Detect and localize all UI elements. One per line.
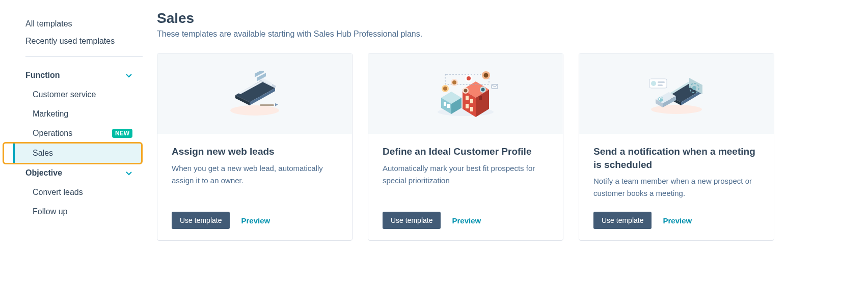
svg-rect-9 bbox=[260, 104, 274, 106]
sidebar-divider bbox=[25, 56, 143, 56]
sidebar-item-sales[interactable]: Sales bbox=[13, 143, 143, 163]
svg-point-52 bbox=[651, 81, 656, 86]
card-actions: Use template Preview bbox=[383, 212, 549, 229]
use-template-button[interactable]: Use template bbox=[383, 212, 441, 229]
sidebar-item-label: Follow up bbox=[33, 207, 67, 216]
svg-point-39 bbox=[651, 105, 702, 114]
template-card: Send a notification when a meeting is sc… bbox=[579, 53, 774, 241]
use-template-button[interactable]: Use template bbox=[593, 212, 652, 229]
svg-point-33 bbox=[484, 73, 489, 78]
sidebar-item-label: Marketing bbox=[33, 109, 68, 119]
svg-rect-24 bbox=[479, 96, 482, 100]
sidebar-item-label: Convert leads bbox=[33, 188, 83, 197]
page-title: Sales bbox=[157, 10, 868, 26]
card-actions: Use template Preview bbox=[593, 212, 760, 229]
nav-recently-used[interactable]: Recently used templates bbox=[25, 33, 143, 50]
sidebar-item-label: Sales bbox=[33, 149, 53, 158]
main-content: Sales These templates are available star… bbox=[143, 0, 868, 241]
card-body: Assign new web leads When you get a new … bbox=[157, 134, 352, 240]
sidebar-item-customer-service[interactable]: Customer service bbox=[25, 85, 143, 104]
laptop-illus bbox=[157, 53, 352, 134]
svg-rect-53 bbox=[658, 81, 665, 83]
template-cards: Assign new web leads When you get a new … bbox=[157, 53, 868, 241]
page-subtitle: These templates are available starting w… bbox=[157, 30, 868, 39]
svg-point-31 bbox=[467, 76, 471, 80]
sidebar-item-follow-up[interactable]: Follow up bbox=[25, 202, 143, 221]
card-title: Define an Ideal Customer Profile bbox=[383, 145, 549, 158]
preview-link[interactable]: Preview bbox=[241, 216, 270, 225]
nav-all-templates[interactable]: All templates bbox=[25, 15, 143, 33]
svg-point-46 bbox=[692, 86, 696, 90]
svg-rect-20 bbox=[466, 96, 469, 100]
svg-rect-15 bbox=[444, 102, 446, 106]
svg-point-27 bbox=[443, 87, 447, 91]
card-desc: When you get a new web lead, automatical… bbox=[172, 162, 338, 200]
svg-rect-16 bbox=[447, 104, 450, 108]
svg-rect-23 bbox=[470, 107, 473, 111]
section-objective[interactable]: Objective bbox=[25, 163, 143, 183]
chevron-down-icon bbox=[125, 72, 132, 79]
card-actions: Use template Preview bbox=[172, 212, 338, 229]
svg-rect-54 bbox=[658, 84, 663, 86]
sidebar-item-label: Customer service bbox=[33, 90, 96, 99]
svg-rect-21 bbox=[470, 99, 473, 103]
sidebar: All templates Recently used templates Fu… bbox=[0, 0, 143, 241]
section-objective-label: Objective bbox=[25, 168, 62, 178]
use-template-button[interactable]: Use template bbox=[172, 212, 230, 229]
svg-point-29 bbox=[452, 80, 456, 84]
card-desc: Notify a team member when a new prospect… bbox=[593, 175, 760, 199]
sidebar-item-operations[interactable]: Operations NEW bbox=[25, 124, 143, 143]
card-title: Send a notification when a meeting is sc… bbox=[593, 145, 760, 171]
buildings-illus bbox=[368, 53, 563, 134]
preview-link[interactable]: Preview bbox=[452, 216, 481, 225]
sidebar-item-convert-leads[interactable]: Convert leads bbox=[25, 183, 143, 202]
card-body: Send a notification when a meeting is sc… bbox=[579, 134, 774, 240]
svg-rect-22 bbox=[466, 104, 469, 108]
preview-link[interactable]: Preview bbox=[663, 216, 692, 225]
svg-point-0 bbox=[230, 105, 279, 116]
section-function-label: Function bbox=[25, 71, 60, 80]
section-function[interactable]: Function bbox=[25, 66, 143, 85]
svg-point-37 bbox=[481, 88, 485, 92]
card-title: Assign new web leads bbox=[172, 145, 338, 158]
svg-point-35 bbox=[464, 89, 468, 93]
highlight-ring bbox=[3, 142, 143, 164]
svg-marker-10 bbox=[275, 103, 278, 106]
sidebar-item-label: Operations bbox=[33, 129, 72, 138]
card-body: Define an Ideal Customer Profile Automat… bbox=[368, 134, 563, 240]
new-badge: NEW bbox=[112, 129, 132, 138]
devices-illus bbox=[579, 53, 774, 134]
card-desc: Automatically mark your best fit prospec… bbox=[383, 162, 549, 200]
template-card: Assign new web leads When you get a new … bbox=[157, 53, 352, 241]
chevron-down-icon bbox=[125, 169, 132, 177]
sidebar-item-marketing[interactable]: Marketing bbox=[25, 104, 143, 124]
template-card: Define an Ideal Customer Profile Automat… bbox=[368, 53, 563, 241]
